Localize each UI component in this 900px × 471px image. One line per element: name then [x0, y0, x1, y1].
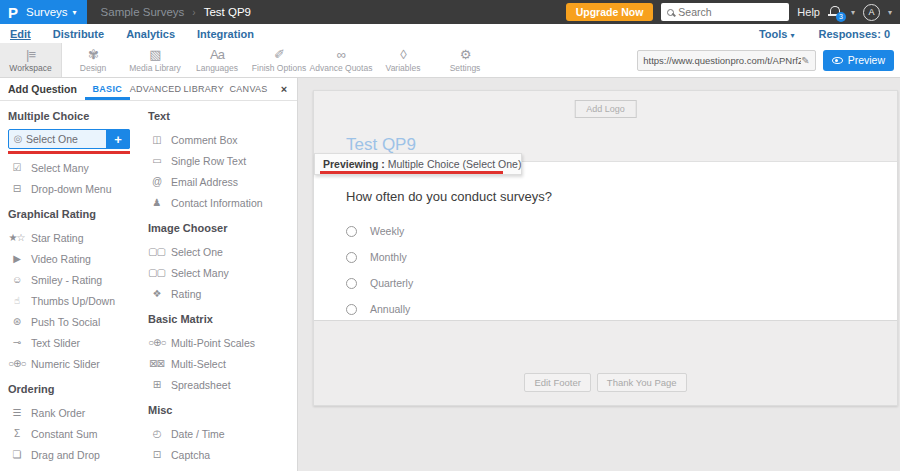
- nav-tab-integration[interactable]: Integration: [197, 28, 254, 40]
- question-type-single-row-text[interactable]: ▭Single Row Text: [148, 150, 292, 171]
- toolbar-item-finish-options[interactable]: ✐Finish Options: [248, 43, 310, 77]
- section-heading: Ordering: [8, 383, 142, 395]
- toolbar-right: ✎ Preview: [637, 43, 900, 77]
- survey-url-input[interactable]: [643, 55, 801, 66]
- question-type-label: Drag and Drop: [31, 449, 100, 461]
- question-type-drag-and-drop[interactable]: ❏Drag and Drop: [8, 444, 142, 465]
- question-type-spreadsheet[interactable]: ⊞Spreadsheet: [148, 374, 292, 395]
- annotation-underline-select-one: [8, 151, 130, 154]
- search-input[interactable]: [678, 6, 783, 18]
- section-image-chooser: Image Chooser▢▢Select One▢▢Select Many❖R…: [148, 222, 292, 304]
- design-icon: ✾: [88, 48, 98, 61]
- answer-option-weekly[interactable]: Weekly: [346, 218, 897, 244]
- answer-option-monthly[interactable]: Monthly: [346, 244, 897, 270]
- chevron-down-icon[interactable]: ▾: [851, 8, 855, 17]
- question-type-calendar[interactable]: ▦Calendar: [148, 465, 292, 471]
- add-question-button[interactable]: +: [106, 129, 130, 149]
- help-link[interactable]: Help: [797, 6, 820, 18]
- contact-information-icon: ♟: [148, 198, 165, 208]
- question-type-captcha[interactable]: ⊡Captcha: [148, 444, 292, 465]
- question-type-rating[interactable]: ❖Rating: [148, 283, 292, 304]
- toolbar-item-languages[interactable]: AaLanguages: [186, 43, 248, 77]
- toolbar-item-workspace[interactable]: |≡Workspace: [0, 43, 62, 77]
- question-type-label: Select Many: [171, 267, 229, 279]
- question-type-contact-information[interactable]: ♟Contact Information: [148, 192, 292, 213]
- tab-canvas[interactable]: CANVAS: [226, 78, 271, 100]
- edit-footer-button[interactable]: Edit Footer: [524, 373, 590, 392]
- questionpro-logo[interactable]: P: [8, 5, 18, 20]
- panel-tabs: Add Question BASICADVANCEDLIBRARYCANVAS …: [0, 78, 297, 101]
- answer-option-annually[interactable]: Annually: [346, 296, 897, 322]
- radio-button[interactable]: [346, 252, 357, 263]
- search-box[interactable]: [661, 3, 789, 21]
- question-type-constant-sum[interactable]: ΣConstant Sum: [8, 423, 142, 444]
- survey-url-box: ✎: [637, 50, 815, 71]
- chevron-down-icon[interactable]: ▾: [888, 8, 892, 17]
- answer-option-quarterly[interactable]: Quarterly: [346, 270, 897, 296]
- question-type-numeric-slider[interactable]: ○⊕○Numeric Slider: [8, 353, 142, 374]
- notification-badge: 3: [836, 12, 846, 22]
- question-type-select-many[interactable]: ▢▢Select Many: [148, 262, 292, 283]
- question-type-multi-point-scales[interactable]: ○⊕○Multi-Point Scales: [148, 332, 292, 353]
- tools-menu-label: Tools: [759, 28, 788, 40]
- responses-count: Responses: 0: [818, 28, 890, 40]
- toolbar-item-label: Languages: [196, 63, 238, 73]
- preview-button[interactable]: Preview: [823, 50, 894, 71]
- tab-library[interactable]: LIBRARY: [181, 78, 226, 100]
- close-panel-button[interactable]: ×: [271, 78, 297, 100]
- toolbar-item-settings[interactable]: ⚙Settings: [434, 43, 496, 77]
- nav-tab-edit[interactable]: Edit: [10, 28, 31, 40]
- tab-advanced[interactable]: ADVANCED: [130, 78, 182, 100]
- question-type-label: Select One: [26, 133, 106, 145]
- question-type-text-slider[interactable]: ⊸Text Slider: [8, 332, 142, 353]
- question-type-label: Text Slider: [31, 337, 80, 349]
- question-type-date-time[interactable]: ◴Date / Time: [148, 423, 292, 444]
- upgrade-now-button[interactable]: Upgrade Now: [566, 3, 654, 21]
- question-type-smiley-rating[interactable]: ☺Smiley - Rating: [8, 269, 142, 290]
- question-type-email-address[interactable]: @Email Address: [148, 171, 292, 192]
- question-type-multi-select[interactable]: ⊠⊠Multi-Select: [148, 353, 292, 374]
- question-type-video-rating[interactable]: ▶Video Rating: [8, 248, 142, 269]
- tab-basic[interactable]: BASIC: [85, 78, 130, 100]
- notifications-button[interactable]: 3: [828, 5, 843, 20]
- question-type-drop-down-menu[interactable]: ⊟Drop-down Menu: [8, 178, 142, 199]
- question-type-label: Thumbs Up/Down: [31, 295, 115, 307]
- radio-button[interactable]: [346, 226, 357, 237]
- question-type-select-one[interactable]: ▢▢Select One: [148, 241, 292, 262]
- add-logo-button[interactable]: Add Logo: [574, 100, 637, 118]
- question-type-select-one[interactable]: ◎Select One+: [8, 129, 130, 149]
- toolbar-item-variables[interactable]: ◊Variables: [372, 43, 434, 77]
- avatar[interactable]: A: [863, 4, 880, 21]
- toolbar-item-advance-quotas[interactable]: ∞Advance Quotas: [310, 43, 372, 77]
- nav-tab-analytics[interactable]: Analytics: [126, 28, 175, 40]
- tools-menu[interactable]: Tools ▾: [759, 28, 795, 40]
- question-type-label: Numeric Slider: [31, 358, 100, 370]
- add-question-panel: Add Question BASICADVANCEDLIBRARYCANVAS …: [0, 78, 298, 471]
- captcha-icon: ⊡: [148, 450, 165, 460]
- question-type-label: Contact Information: [171, 197, 263, 209]
- toolbar-item-label: Workspace: [9, 63, 51, 73]
- chevron-down-icon: ▾: [73, 8, 77, 17]
- edit-url-icon[interactable]: ✎: [801, 55, 809, 66]
- settings-icon: ⚙: [460, 48, 471, 61]
- question-type-star-rating[interactable]: ★☆Star Rating: [8, 227, 142, 248]
- video-rating-icon: ▶: [8, 254, 25, 264]
- answer-option-label: Annually: [370, 303, 410, 315]
- question-type-push-to-social[interactable]: ⊛Push To Social: [8, 311, 142, 332]
- thank-you-page-button[interactable]: Thank You Page: [597, 373, 687, 392]
- question-type-comment-box[interactable]: ◫Comment Box: [148, 129, 292, 150]
- radio-button[interactable]: [346, 304, 357, 315]
- breadcrumb: Sample Surveys › Test QP9: [101, 0, 251, 24]
- thumbs-up-down-icon: ☝: [8, 296, 25, 306]
- section-graphical-rating: Graphical Rating★☆Star Rating▶Video Rati…: [8, 208, 142, 374]
- toolbar-item-media-library[interactable]: ▧Media Library: [124, 43, 186, 77]
- radio-button[interactable]: [346, 278, 357, 289]
- question-type-rank-order[interactable]: ☰Rank Order: [8, 402, 142, 423]
- question-type-label: Captcha: [171, 449, 210, 461]
- toolbar-item-design[interactable]: ✾Design: [62, 43, 124, 77]
- surveys-menu[interactable]: Surveys ▾: [26, 6, 77, 18]
- question-type-thumbs-up-down[interactable]: ☝Thumbs Up/Down: [8, 290, 142, 311]
- question-type-select-many[interactable]: ☑Select Many: [8, 157, 142, 178]
- nav-tab-distribute[interactable]: Distribute: [53, 28, 104, 40]
- breadcrumb-parent[interactable]: Sample Surveys: [101, 6, 185, 18]
